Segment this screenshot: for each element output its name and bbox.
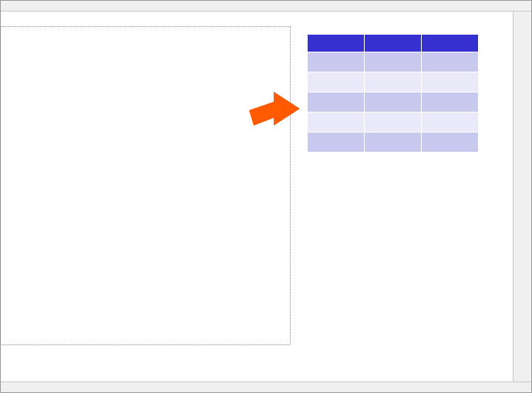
top-bar	[1, 1, 531, 12]
table-cell[interactable]	[422, 112, 479, 132]
table-cell[interactable]	[422, 52, 479, 72]
table-row[interactable]	[308, 72, 479, 92]
table-row[interactable]	[308, 92, 479, 112]
table-cell[interactable]	[365, 72, 422, 92]
table-row[interactable]	[308, 112, 479, 132]
table-cell[interactable]	[308, 72, 365, 92]
table-cell[interactable]	[308, 52, 365, 72]
inserted-table[interactable]	[308, 35, 479, 153]
table-cell[interactable]	[308, 92, 365, 112]
table-cell[interactable]	[365, 132, 422, 152]
table-row[interactable]	[308, 52, 479, 72]
table-header-row[interactable]	[308, 35, 479, 52]
table-cell[interactable]	[365, 92, 422, 112]
vertical-scrollbar[interactable]	[513, 12, 531, 383]
table-cell[interactable]	[308, 132, 365, 152]
table-cell[interactable]	[365, 112, 422, 132]
table-header-cell[interactable]	[422, 35, 479, 52]
table-header-cell[interactable]	[308, 35, 365, 52]
slide-canvas[interactable]	[1, 12, 513, 383]
table-cell[interactable]	[365, 52, 422, 72]
table-cell[interactable]	[422, 92, 479, 112]
table-cell[interactable]	[308, 112, 365, 132]
table-cell[interactable]	[422, 72, 479, 92]
table-cell[interactable]	[422, 132, 479, 152]
text-placeholder[interactable]	[1, 27, 290, 344]
app-frame	[0, 0, 532, 393]
table-header-cell[interactable]	[365, 35, 422, 52]
bottom-bar	[1, 381, 531, 392]
table-row[interactable]	[308, 132, 479, 152]
